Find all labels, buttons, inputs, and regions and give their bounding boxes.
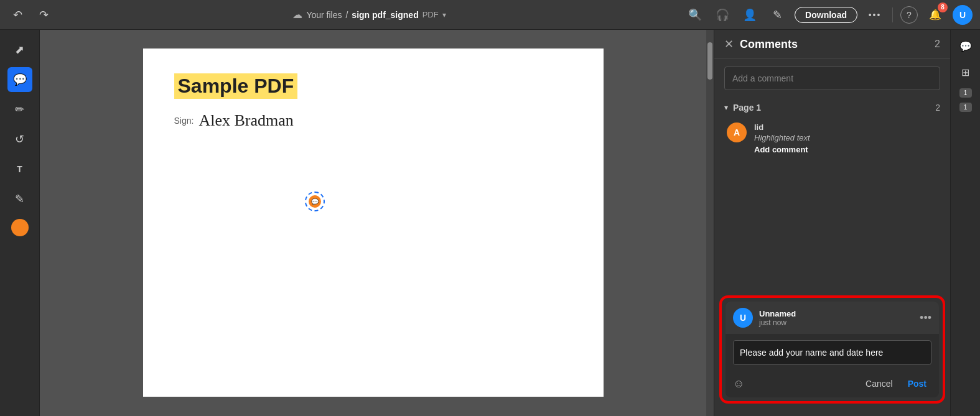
comment-pin-inner: 💬 xyxy=(309,195,321,208)
thread-more-button[interactable]: ••• xyxy=(920,312,931,325)
notification-button[interactable]: 🔔 8 xyxy=(925,5,945,25)
color-picker[interactable] xyxy=(11,219,29,236)
comments-count: 2 xyxy=(935,39,940,50)
topbar-left: ↶ ↷ xyxy=(7,5,54,25)
add-comment-input[interactable]: Add a comment xyxy=(724,67,940,90)
pdf-viewer[interactable]: Sample PDF Sign: Alex Bradman 💬 xyxy=(40,30,706,416)
draw-tool[interactable]: ✎ xyxy=(7,187,32,211)
pdf-container: Sample PDF Sign: Alex Bradman 💬 xyxy=(40,30,714,416)
more-button[interactable]: ••• xyxy=(865,5,885,25)
far-right-bar: 💬 ⊞ 1 1 xyxy=(950,30,980,416)
left-toolbar: ⬈ 💬 ✏ ↺ T ✎ xyxy=(0,30,40,416)
post-button[interactable]: Post xyxy=(903,376,931,391)
pen-tool[interactable]: ✏ xyxy=(7,97,32,122)
main-area: ⬈ 💬 ✏ ↺ T ✎ Sample PDF Sign: Alex Bradma… xyxy=(0,30,980,416)
chevron-down-icon[interactable]: ▾ xyxy=(442,11,446,19)
comment-avatar-1: A xyxy=(727,122,747,142)
comment-body-1: lid Highlighted text Add comment xyxy=(754,122,940,154)
comment-user-1: lid xyxy=(754,122,940,132)
comment-pin[interactable]: 💬 xyxy=(305,192,325,211)
comment-popup-container: U Unnamed just now ••• ☺ xyxy=(714,295,950,404)
undo-button[interactable]: ↶ xyxy=(7,5,27,25)
topbar-right: 🔍 🎧 👤 ✎ Download ••• ? 🔔 8 U xyxy=(685,5,973,25)
loop-tool[interactable]: ↺ xyxy=(7,127,32,152)
comment-pin-circle: 💬 xyxy=(305,192,325,211)
sign-label: Sign: xyxy=(174,116,194,126)
panel-title: Comments xyxy=(740,38,928,51)
comment-item-1: A lid Highlighted text Add comment xyxy=(714,118,950,159)
pdf-page: Sample PDF Sign: Alex Bradman 💬 xyxy=(143,49,604,397)
emoji-button[interactable]: ☺ xyxy=(733,377,744,391)
section-title: Page 1 xyxy=(733,103,930,113)
avatar[interactable]: U xyxy=(953,5,973,25)
thread-header: U Unnamed just now ••• xyxy=(726,302,939,334)
section-header: ▾ Page 1 2 xyxy=(714,98,950,118)
popup-area: U Unnamed just now ••• ☺ xyxy=(714,159,950,416)
panel-header: ✕ Comments 2 xyxy=(714,30,950,59)
comment-actions-row: ☺ Cancel Post xyxy=(726,371,939,397)
comment-text-1: Highlighted text xyxy=(754,133,940,142)
add-comment-action[interactable]: Add comment xyxy=(754,145,940,154)
filetype: PDF xyxy=(422,10,439,19)
text-tool[interactable]: T xyxy=(7,157,32,182)
breadcrumb-separator: / xyxy=(345,10,348,20)
search-button[interactable]: 🔍 xyxy=(685,5,705,25)
audio-button[interactable]: 🎧 xyxy=(712,5,732,25)
grid-view-button[interactable]: ⊞ xyxy=(954,61,977,83)
comments-panel: ✕ Comments 2 Add a comment ▾ Page 1 2 A … xyxy=(714,30,950,416)
redo-button[interactable]: ↷ xyxy=(34,5,54,25)
panel-close-button[interactable]: ✕ xyxy=(724,37,734,51)
help-button[interactable]: ? xyxy=(900,6,918,24)
scrollbar-thumb[interactable] xyxy=(707,42,712,80)
cloud-icon: ☁ xyxy=(292,9,302,21)
thread-timestamp: just now xyxy=(759,318,913,327)
filename: sign pdf_signed xyxy=(352,10,418,20)
accessibility-button[interactable]: 👤 xyxy=(740,5,760,25)
pen-tool-button[interactable]: ✎ xyxy=(767,5,787,25)
comment-thread: U Unnamed just now ••• ☺ xyxy=(726,302,939,397)
divider xyxy=(892,7,893,22)
comment-input-area xyxy=(726,334,939,371)
thread-avatar: U xyxy=(733,308,753,328)
pdf-title: Sample PDF xyxy=(174,73,298,99)
signature: Alex Bradman xyxy=(198,111,293,130)
notification-count: 8 xyxy=(938,2,948,12)
page-badge-1: 1 xyxy=(959,88,972,98)
pdf-scrollbar[interactable] xyxy=(706,30,714,416)
download-button[interactable]: Download xyxy=(795,7,857,23)
topbar: ↶ ↷ ☁ Your files / sign pdf_signed PDF ▾… xyxy=(0,0,980,30)
red-border-highlight: U Unnamed just now ••• ☺ xyxy=(719,295,945,404)
cancel-button[interactable]: Cancel xyxy=(861,376,898,391)
thread-username: Unnamed xyxy=(759,309,913,318)
chevron-icon[interactable]: ▾ xyxy=(724,103,728,112)
thread-info: Unnamed just now xyxy=(759,309,913,327)
pdf-sign: Sign: Alex Bradman xyxy=(174,111,572,130)
section-count: 2 xyxy=(935,103,940,113)
your-files-link[interactable]: Your files xyxy=(306,10,342,20)
select-tool[interactable]: ⬈ xyxy=(7,37,32,62)
comment-text-input[interactable] xyxy=(733,340,931,365)
comment-tool[interactable]: 💬 xyxy=(7,67,32,92)
topbar-center: ☁ Your files / sign pdf_signed PDF ▾ xyxy=(60,9,679,21)
comments-toggle-button[interactable]: 💬 xyxy=(954,35,977,57)
breadcrumb: Your files / sign pdf_signed PDF ▾ xyxy=(306,10,446,20)
page-badge-2: 1 xyxy=(959,103,972,112)
